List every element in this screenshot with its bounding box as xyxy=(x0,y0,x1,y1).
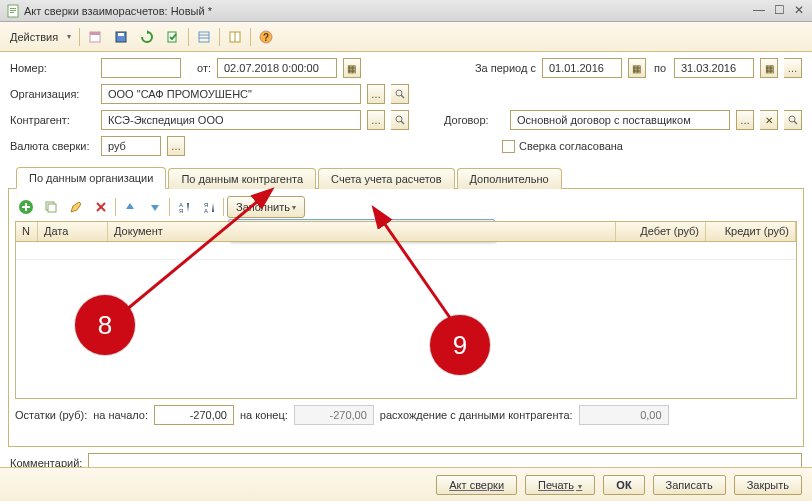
fill-button[interactable]: Заполнить ▾ Заполнить по данным бухгалте… xyxy=(227,196,305,218)
period-select-button[interactable]: … xyxy=(784,58,802,78)
col-date[interactable]: Дата xyxy=(38,222,108,241)
menubar: Действия ▾ ? xyxy=(0,22,812,52)
svg-marker-30 xyxy=(126,203,134,209)
calendar-icon[interactable]: ▦ xyxy=(760,58,778,78)
dogovor-field[interactable] xyxy=(510,110,730,130)
save-icon[interactable] xyxy=(110,26,132,48)
col-n[interactable]: N xyxy=(16,222,38,241)
agreed-checkbox[interactable]: Сверка согласована xyxy=(502,140,802,153)
calendar-icon[interactable]: ▦ xyxy=(343,58,361,78)
actions-menu[interactable]: Действия ▾ xyxy=(6,26,75,48)
titlebar: Акт сверки взаиморасчетов: Новый * — ☐ ✕ xyxy=(0,0,812,22)
footer: Акт сверки Печать ▾ ОК Записать Закрыть xyxy=(0,467,812,501)
calendar-icon[interactable]: ▦ xyxy=(628,58,646,78)
tab-additional[interactable]: Дополнительно xyxy=(457,168,562,189)
ot-label: от: xyxy=(197,62,211,74)
help-icon[interactable]: ? xyxy=(255,26,277,48)
table-row[interactable] xyxy=(16,242,796,260)
move-down-icon[interactable] xyxy=(144,196,166,218)
svg-rect-27 xyxy=(48,204,56,212)
kontragent-field[interactable] xyxy=(101,110,361,130)
structure-icon[interactable] xyxy=(193,26,215,48)
number-field[interactable] xyxy=(101,58,181,78)
svg-rect-3 xyxy=(10,12,14,13)
po-label: по xyxy=(654,62,666,74)
org-label: Организация: xyxy=(10,88,95,100)
start-value[interactable]: -270,00 xyxy=(154,405,234,425)
annotation-marker-9: 9 xyxy=(430,315,490,375)
balances-label: Остатки (руб): xyxy=(15,409,87,421)
col-doc[interactable]: Документ xyxy=(108,222,616,241)
checkbox-icon xyxy=(502,140,515,153)
annotation-marker-8: 8 xyxy=(75,295,135,355)
svg-text:?: ? xyxy=(263,32,269,43)
period-from-field[interactable] xyxy=(542,58,622,78)
svg-rect-5 xyxy=(90,32,100,35)
svg-rect-2 xyxy=(10,10,16,11)
org-field[interactable] xyxy=(101,84,361,104)
move-up-icon[interactable] xyxy=(119,196,141,218)
select-button[interactable]: … xyxy=(367,110,385,130)
chevron-down-icon: ▾ xyxy=(576,482,582,491)
window-title: Акт сверки взаиморасчетов: Новый * xyxy=(24,5,748,17)
close-footer-button[interactable]: Закрыть xyxy=(734,475,802,495)
data-table: N Дата Документ Дебет (руб) Кредит (руб) xyxy=(15,221,797,399)
tab-org-data[interactable]: По данным организации xyxy=(16,167,166,189)
actions-label: Действия xyxy=(6,29,62,45)
svg-line-20 xyxy=(401,121,404,124)
sort-asc-icon[interactable]: АЯ xyxy=(173,196,195,218)
post-icon[interactable] xyxy=(162,26,184,48)
col-credit[interactable]: Кредит (руб) xyxy=(706,222,796,241)
svg-line-18 xyxy=(401,95,404,98)
refresh-icon[interactable] xyxy=(136,26,158,48)
open-icon[interactable] xyxy=(391,110,409,130)
end-value: -270,00 xyxy=(294,405,374,425)
select-button[interactable]: … xyxy=(167,136,185,156)
ok-button[interactable]: ОК xyxy=(603,475,644,495)
diff-label: расхождение с данными контрагента: xyxy=(380,409,573,421)
document-icon xyxy=(6,4,20,18)
svg-marker-34 xyxy=(187,203,189,212)
svg-text:А: А xyxy=(204,208,208,214)
period-to-field[interactable] xyxy=(674,58,754,78)
date-field[interactable] xyxy=(217,58,337,78)
akt-sverki-button[interactable]: Акт сверки xyxy=(436,475,517,495)
select-button[interactable]: … xyxy=(367,84,385,104)
svg-text:Я: Я xyxy=(179,208,183,214)
save-button[interactable]: Записать xyxy=(653,475,726,495)
select-button[interactable]: … xyxy=(736,110,754,130)
valuta-field[interactable] xyxy=(101,136,161,156)
open-icon[interactable] xyxy=(784,110,802,130)
print-button[interactable]: Печать ▾ xyxy=(525,475,595,495)
diff-value: 0,00 xyxy=(579,405,669,425)
clear-button[interactable]: ✕ xyxy=(760,110,778,130)
copy-row-icon[interactable] xyxy=(40,196,62,218)
period-label: За период с xyxy=(475,62,536,74)
tab-accounts[interactable]: Счета учета расчетов xyxy=(318,168,454,189)
add-row-icon[interactable] xyxy=(15,196,37,218)
table-header: N Дата Документ Дебет (руб) Кредит (руб) xyxy=(16,222,796,242)
tabstrip: По данным организации По данным контраге… xyxy=(8,166,804,189)
chevron-down-icon: ▾ xyxy=(67,32,71,41)
close-button[interactable]: ✕ xyxy=(790,4,808,18)
col-debit[interactable]: Дебет (руб) xyxy=(616,222,706,241)
book-icon[interactable] xyxy=(224,26,246,48)
tab-counterparty-data[interactable]: По данным контрагента xyxy=(168,168,316,189)
svg-marker-31 xyxy=(151,205,159,211)
maximize-button[interactable]: ☐ xyxy=(770,4,788,18)
delete-row-icon[interactable] xyxy=(90,196,112,218)
start-label: на начало: xyxy=(93,409,148,421)
edit-row-icon[interactable] xyxy=(65,196,87,218)
balances-row: Остатки (руб): на начало: -270,00 на кон… xyxy=(15,405,797,425)
sort-desc-icon[interactable]: ЯА xyxy=(198,196,220,218)
minimize-button[interactable]: — xyxy=(750,4,768,18)
svg-rect-1 xyxy=(10,8,16,9)
kontragent-label: Контрагент: xyxy=(10,114,95,126)
agreed-label: Сверка согласована xyxy=(519,140,623,152)
open-icon[interactable] xyxy=(391,84,409,104)
chevron-down-icon: ▾ xyxy=(292,203,296,212)
end-label: на конец: xyxy=(240,409,288,421)
dogovor-label: Договор: xyxy=(444,114,504,126)
toolbar-btn-1[interactable] xyxy=(84,26,106,48)
table-toolbar: АЯ ЯА Заполнить ▾ Заполнить по данным бу… xyxy=(15,195,797,219)
